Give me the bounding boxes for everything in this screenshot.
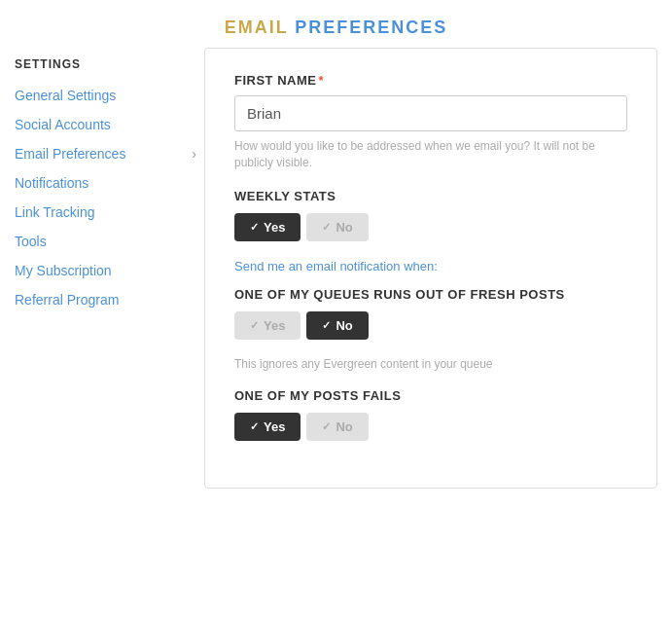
sidebar-item-notifications[interactable]: Notifications — [10, 168, 204, 198]
first-name-section: FIRST NAME* How would you like to be add… — [234, 73, 627, 171]
weekly-stats-label: WEEKLY STATS — [234, 189, 627, 203]
queue-label: ONE OF MY QUEUES RUNS OUT OF FRESH POSTS — [234, 287, 627, 302]
sidebar-item-label-social-accounts: Social Accounts — [15, 117, 111, 132]
sidebar-item-label-tools: Tools — [15, 234, 47, 249]
sidebar-item-label-email-preferences: Email Preferences — [15, 146, 125, 162]
settings-label: SETTINGS — [10, 57, 204, 71]
sidebar-item-tools[interactable]: Tools — [10, 227, 204, 256]
main-content: FIRST NAME* How would you like to be add… — [204, 48, 657, 489]
first-name-input[interactable] — [234, 95, 627, 131]
weekly-stats-no-label: No — [336, 220, 352, 235]
sidebar-item-my-subscription[interactable]: My Subscription — [10, 256, 204, 285]
first-name-hint: How would you like to be addressed when … — [234, 138, 627, 171]
check-icon-no: ✓ — [322, 221, 331, 234]
post-fails-no-button[interactable]: ✓ No — [306, 413, 368, 441]
post-fails-yes-button[interactable]: ✓ Yes — [234, 413, 301, 441]
queue-no-label: No — [336, 318, 352, 333]
sidebar-item-social-accounts[interactable]: Social Accounts — [10, 110, 204, 139]
queue-toggle: ✓ Yes ✓ No — [234, 311, 627, 340]
queue-hint: This ignores any Evergreen content in yo… — [234, 357, 627, 371]
chevron-right-icon: › — [192, 146, 196, 162]
weekly-stats-yes-button[interactable]: ✓ Yes — [234, 213, 301, 241]
sidebar-item-referral-program[interactable]: Referral Program — [10, 285, 204, 314]
weekly-stats-toggle: ✓ Yes ✓ No — [234, 213, 627, 241]
page-title: EMAIL PREFERENCES — [0, 0, 672, 48]
queue-yes-label: Yes — [264, 318, 285, 333]
weekly-stats-yes-label: Yes — [264, 220, 285, 235]
sidebar-item-general-settings[interactable]: General Settings — [10, 81, 204, 110]
post-fails-toggle: ✓ Yes ✓ No — [234, 413, 627, 441]
sidebar-item-email-preferences[interactable]: Email Preferences › — [10, 139, 204, 168]
check-icon-queue-no: ✓ — [322, 319, 331, 332]
post-fails-label: ONE OF MY POSTS FAILS — [234, 388, 627, 403]
sidebar-item-link-tracking[interactable]: Link Tracking — [10, 198, 204, 227]
sidebar-item-label-my-subscription: My Subscription — [15, 263, 112, 278]
queue-section: ONE OF MY QUEUES RUNS OUT OF FRESH POSTS… — [234, 287, 627, 371]
sidebar-item-label-general-settings: General Settings — [15, 88, 116, 103]
queue-no-button[interactable]: ✓ No — [306, 311, 368, 340]
post-fails-section: ONE OF MY POSTS FAILS ✓ Yes ✓ No — [234, 388, 627, 441]
notify-intro: Send me an email notification when: — [234, 259, 627, 273]
sidebar-item-label-notifications: Notifications — [15, 175, 88, 191]
check-icon-post-no: ✓ — [322, 420, 331, 433]
weekly-stats-no-button[interactable]: ✓ No — [306, 213, 368, 241]
check-icon-yes: ✓ — [250, 221, 259, 234]
check-icon-queue-yes: ✓ — [250, 319, 259, 332]
sidebar-item-label-link-tracking: Link Tracking — [15, 204, 94, 220]
sidebar: SETTINGS General Settings Social Account… — [0, 48, 204, 489]
check-icon-post-yes: ✓ — [250, 420, 259, 433]
post-fails-yes-label: Yes — [264, 419, 285, 434]
required-star: * — [318, 73, 324, 88]
sidebar-item-label-referral-program: Referral Program — [15, 292, 119, 308]
first-name-label: FIRST NAME* — [234, 73, 627, 88]
weekly-stats-section: WEEKLY STATS ✓ Yes ✓ No — [234, 189, 627, 241]
post-fails-no-label: No — [336, 419, 352, 434]
queue-yes-button[interactable]: ✓ Yes — [234, 311, 301, 340]
